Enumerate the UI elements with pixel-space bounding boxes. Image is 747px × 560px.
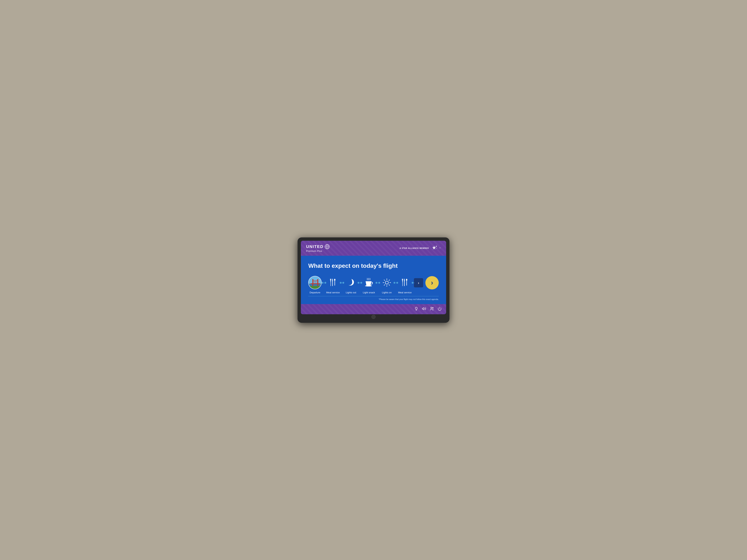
header: UNITED Premium Plus A STAR ALLIANCE MEMB… bbox=[301, 241, 446, 256]
next-button[interactable]: › bbox=[426, 276, 439, 289]
svg-marker-46 bbox=[422, 308, 424, 310]
dot-icon bbox=[342, 282, 344, 284]
dot-icon bbox=[325, 282, 326, 284]
svg-rect-41 bbox=[403, 283, 403, 286]
large-next-group: › bbox=[426, 276, 439, 289]
footer bbox=[301, 304, 446, 314]
lights-out-icon bbox=[344, 276, 358, 289]
dot-icon bbox=[412, 282, 413, 284]
connector-6 bbox=[412, 282, 414, 284]
svg-point-25 bbox=[334, 279, 336, 281]
connector-3 bbox=[358, 282, 362, 284]
svg-rect-10 bbox=[309, 286, 321, 289]
timeline-row: Departure bbox=[308, 276, 439, 294]
moon-svg bbox=[347, 279, 355, 287]
product-name: Premium Plus bbox=[306, 250, 330, 252]
utensils-svg-1 bbox=[330, 278, 336, 287]
coffee-svg bbox=[364, 278, 374, 287]
svg-line-34 bbox=[389, 285, 390, 285]
svg-rect-22 bbox=[331, 281, 331, 281]
page-title: What to expect on today's flight bbox=[308, 262, 439, 269]
volume-icon[interactable] bbox=[422, 307, 426, 312]
connector-5 bbox=[393, 282, 398, 284]
timeline-item-meal-2: Meal service bbox=[398, 276, 412, 294]
utensils-svg-2 bbox=[402, 278, 408, 287]
light-bulb-icon[interactable] bbox=[414, 307, 418, 312]
svg-rect-38 bbox=[402, 279, 402, 281]
svg-rect-39 bbox=[403, 279, 403, 281]
dot-icon bbox=[321, 282, 324, 284]
united-logo: UNITED bbox=[306, 244, 330, 249]
dot-icon bbox=[360, 282, 362, 284]
main-content: What to expect on today's flight bbox=[301, 256, 446, 304]
svg-point-6 bbox=[436, 246, 437, 247]
brand-name: UNITED bbox=[306, 244, 324, 249]
svg-point-43 bbox=[406, 279, 407, 281]
small-next-button[interactable]: › bbox=[414, 278, 423, 287]
lights-on-label: Lights on bbox=[382, 291, 392, 294]
light-snack-icon bbox=[362, 276, 376, 289]
timeline-item-lights-out: Lights out bbox=[344, 276, 358, 294]
line bbox=[360, 283, 360, 283]
lights-on-icon bbox=[380, 276, 393, 289]
star-alliance-logo bbox=[430, 244, 438, 252]
timeline-item-meal-1: Meal service bbox=[326, 276, 340, 294]
svg-point-28 bbox=[385, 281, 388, 284]
attendant-icon[interactable] bbox=[430, 307, 434, 312]
svg-rect-26 bbox=[335, 281, 335, 286]
bezel-bottom bbox=[301, 314, 446, 319]
home-button[interactable] bbox=[371, 315, 376, 319]
timeline-item-departure: Departure bbox=[308, 276, 321, 294]
logo-area: UNITED Premium Plus bbox=[306, 244, 330, 252]
disclaimer-text: *Please be aware that your flight may no… bbox=[308, 296, 439, 300]
star-alliance-area: A STAR ALLIANCE MEMBER ™ bbox=[400, 244, 441, 252]
line bbox=[414, 283, 414, 283]
svg-marker-5 bbox=[432, 245, 436, 249]
svg-point-27 bbox=[365, 285, 372, 286]
meal-service-icon-1 bbox=[326, 276, 340, 289]
connector-1 bbox=[321, 282, 326, 284]
timeline-item-light-snack: Light snack bbox=[362, 276, 376, 294]
light-snack-label: Light snack bbox=[363, 291, 375, 294]
dot-icon bbox=[340, 282, 342, 284]
screen: UNITED Premium Plus A STAR ALLIANCE MEMB… bbox=[301, 241, 446, 314]
svg-rect-8 bbox=[309, 276, 321, 284]
meal-service-label-1: Meal service bbox=[326, 291, 340, 294]
svg-rect-44 bbox=[407, 281, 407, 286]
nav-group: › bbox=[414, 278, 423, 287]
meal-service-label-2: Meal service bbox=[398, 291, 412, 294]
svg-rect-12 bbox=[317, 279, 318, 286]
timeline-item-lights-on: Lights on bbox=[380, 276, 393, 294]
golden-gate-svg bbox=[309, 276, 321, 289]
dot-icon bbox=[393, 282, 395, 284]
dot-icon bbox=[378, 282, 380, 284]
svg-point-48 bbox=[432, 307, 434, 308]
dot-icon bbox=[396, 282, 398, 284]
departure-label: Departure bbox=[310, 291, 320, 294]
svg-rect-40 bbox=[403, 281, 403, 281]
connector-2 bbox=[340, 282, 344, 284]
lights-out-label: Lights out bbox=[346, 291, 356, 294]
line bbox=[324, 283, 324, 283]
meal-service-icon-2 bbox=[398, 276, 411, 289]
dot-icon bbox=[358, 282, 359, 284]
dot-icon bbox=[376, 282, 378, 284]
svg-rect-21 bbox=[331, 279, 331, 281]
connector-4 bbox=[376, 282, 380, 284]
svg-line-36 bbox=[384, 285, 385, 285]
sun-svg bbox=[382, 278, 392, 287]
device-bezel: UNITED Premium Plus A STAR ALLIANCE MEMB… bbox=[298, 237, 449, 323]
svg-rect-11 bbox=[312, 279, 313, 286]
svg-rect-23 bbox=[331, 283, 331, 286]
power-icon[interactable] bbox=[438, 307, 442, 312]
tm-symbol: ™ bbox=[439, 247, 441, 249]
svg-point-7 bbox=[436, 248, 437, 248]
globe-icon bbox=[325, 244, 330, 249]
departure-icon bbox=[308, 276, 321, 289]
svg-line-35 bbox=[389, 279, 390, 281]
alliance-label: A STAR ALLIANCE MEMBER bbox=[400, 247, 429, 249]
svg-line-33 bbox=[384, 279, 385, 281]
svg-point-47 bbox=[431, 307, 432, 308]
